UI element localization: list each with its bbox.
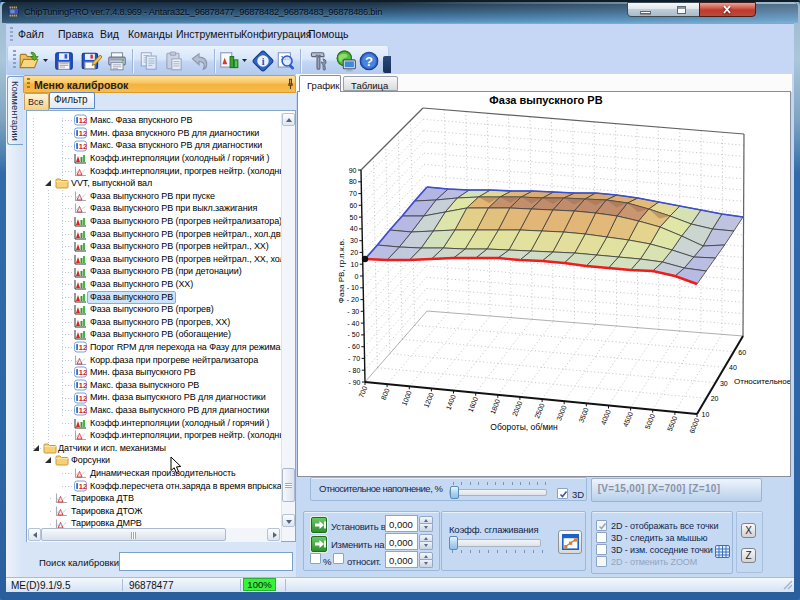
svg-text:90: 90 — [349, 167, 357, 174]
svg-text:60: 60 — [738, 349, 746, 356]
svg-text:50: 50 — [350, 214, 358, 221]
svg-text:800: 800 — [380, 387, 391, 401]
svg-text:10: 10 — [702, 411, 710, 418]
svg-text:40: 40 — [350, 225, 358, 232]
svg-text:1200: 1200 — [423, 392, 435, 409]
svg-text:4500: 4500 — [622, 411, 634, 428]
svg-text:- 70: - 70 — [348, 355, 360, 362]
svg-text:3000: 3000 — [555, 404, 567, 421]
svg-text:80: 80 — [349, 178, 357, 185]
svg-text:4000: 4000 — [600, 409, 612, 426]
svg-text:- 80: - 80 — [348, 367, 360, 374]
svg-text:6000: 6000 — [688, 417, 700, 434]
svg-text:- 60: - 60 — [348, 343, 360, 350]
svg-text:1800: 1800 — [489, 398, 501, 415]
svg-text:Фаза РВ, гр.п.к.в.: Фаза РВ, гр.п.к.в. — [337, 239, 346, 303]
svg-text:Фаза выпускного РВ: Фаза выпускного РВ — [489, 94, 602, 106]
svg-text:Относительное на: Относительное на — [734, 377, 800, 386]
svg-text:1400: 1400 — [445, 394, 457, 411]
svg-text:- 20: - 20 — [347, 296, 359, 303]
svg-text:0: 0 — [355, 273, 359, 280]
svg-text:- 90: - 90 — [348, 379, 360, 386]
svg-text:1000: 1000 — [400, 389, 412, 406]
svg-text:- 40: - 40 — [347, 320, 359, 327]
svg-text:Обороты, об/мин: Обороты, об/мин — [490, 422, 558, 432]
svg-text:2000: 2000 — [511, 400, 523, 417]
svg-text:- 50: - 50 — [348, 331, 360, 338]
svg-text:- 30: - 30 — [347, 308, 359, 315]
svg-text:60: 60 — [349, 202, 357, 209]
svg-text:2500: 2500 — [533, 402, 545, 419]
svg-text:1600: 1600 — [467, 396, 479, 413]
svg-text:20: 20 — [350, 249, 358, 256]
svg-text:40: 40 — [729, 364, 737, 371]
svg-text:5000: 5000 — [644, 413, 656, 430]
svg-text:20: 20 — [711, 395, 719, 402]
svg-text:10: 10 — [351, 261, 359, 268]
svg-text:70: 70 — [349, 190, 357, 197]
svg-text:3500: 3500 — [577, 406, 589, 423]
svg-text:700: 700 — [358, 385, 369, 399]
svg-text:30: 30 — [350, 237, 358, 244]
svg-text:30: 30 — [720, 380, 728, 387]
svg-text:5500: 5500 — [666, 415, 678, 432]
svg-text:- 10: - 10 — [347, 284, 359, 291]
